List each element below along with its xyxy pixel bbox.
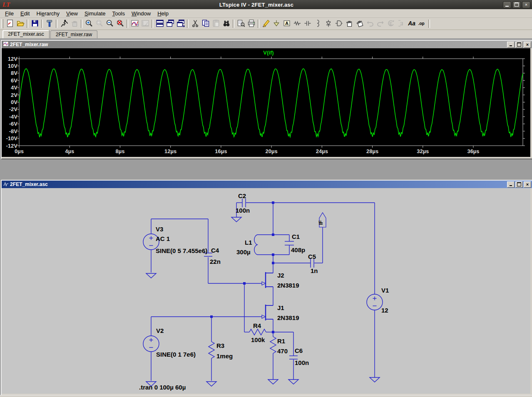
resistor-r1[interactable]	[270, 337, 276, 353]
schematic-titlebar[interactable]: 2FET_mixer.asc ×	[2, 181, 532, 188]
schematic-text[interactable]: 100n	[295, 359, 309, 366]
schematic-text[interactable]: C4	[211, 247, 219, 254]
toolbar-button-tile-windows[interactable]	[154, 19, 165, 29]
ground-symbol[interactable]	[206, 382, 216, 386]
waveform-close-button[interactable]: ×	[524, 42, 531, 48]
toolbar-button-spice-directive[interactable]: .op	[417, 19, 427, 29]
schematic-text[interactable]: L1	[245, 239, 252, 246]
toolbar-button-place-ground[interactable]	[271, 19, 281, 29]
waveform-minimize-button[interactable]	[507, 42, 515, 48]
ground-symbol[interactable]	[288, 380, 298, 384]
schematic-text[interactable]: 1meg	[216, 352, 233, 360]
waveform-trace[interactable]	[19, 69, 523, 137]
schematic-text[interactable]: J1	[277, 304, 284, 311]
toolbar-button-zoom-full-extents[interactable]	[115, 19, 125, 29]
schematic-text[interactable]: R4	[253, 322, 261, 329]
trace-label[interactable]: V(if)	[263, 50, 273, 56]
menu-help[interactable]: Help	[154, 10, 172, 17]
toolbar-button-place-resistor[interactable]	[292, 19, 302, 29]
schematic-text[interactable]: 2N3819	[277, 314, 299, 321]
maximize-button[interactable]	[512, 1, 521, 8]
toolbar-button-zoom-out[interactable]	[104, 19, 115, 29]
jfet-j1[interactable]	[262, 305, 273, 320]
menu-window[interactable]: Window	[128, 10, 154, 17]
menu-view[interactable]: View	[63, 10, 81, 17]
resistor-r4[interactable]	[249, 329, 266, 335]
schematic-text[interactable]: 1n	[311, 267, 318, 274]
toolbar-button-move[interactable]	[344, 19, 354, 29]
ground-symbol[interactable]	[268, 380, 278, 384]
schematic-text[interactable]: 2N3819	[277, 282, 299, 289]
toolbar-button-place-inductor[interactable]	[313, 19, 323, 29]
schematic-text[interactable]: 470	[277, 347, 288, 355]
waveform-titlebar[interactable]: 2FET_mixer.raw ×	[2, 41, 532, 48]
minimize-button[interactable]	[503, 1, 511, 8]
toolbar-button-draw-wire[interactable]	[261, 19, 271, 29]
schematic-text[interactable]: J2	[277, 272, 284, 279]
tab-2FET_mixer.raw[interactable]: 2FET_mixer.raw	[50, 30, 97, 39]
schematic-text[interactable]: SINE(0 1 7e6)	[156, 351, 196, 358]
jfet-j2[interactable]	[262, 272, 273, 288]
tab-2FET_mixer.asc[interactable]: 2FET_mixer.asc	[2, 30, 50, 39]
schematic-text[interactable]: R3	[216, 342, 224, 349]
toolbar-button-place-text[interactable]: Aa	[406, 19, 417, 29]
schematic-text[interactable]: 100n	[236, 207, 250, 214]
schematic-text[interactable]: SINE(0 5 7.455e6)	[156, 247, 207, 254]
toolbar-button-rotate[interactable]: E	[385, 19, 396, 29]
schematic-text[interactable]: C5	[308, 253, 316, 260]
toolbar-button-print-preview[interactable]	[236, 19, 246, 29]
schematic-text[interactable]: 12	[381, 307, 388, 314]
toolbar-button-place-capacitor[interactable]	[302, 19, 313, 29]
toolbar-button-zoom-in[interactable]	[84, 19, 94, 29]
toolbar-button-halt[interactable]	[69, 19, 80, 29]
schematic-maximize-button[interactable]	[515, 181, 523, 188]
ground-symbol[interactable]	[146, 273, 156, 278]
schematic-text[interactable]: .tran 0 100µ 60µ	[139, 384, 186, 391]
schematic-text[interactable]: 300µ	[236, 248, 251, 256]
toolbar-button-redo[interactable]	[375, 19, 385, 29]
schematic-text[interactable]: 22n	[210, 258, 221, 265]
ground-symbol[interactable]	[231, 217, 241, 222]
schematic-text[interactable]: R1	[277, 337, 285, 345]
toolbar-button-cut[interactable]	[190, 19, 200, 29]
toolbar-button-copy[interactable]	[200, 19, 211, 29]
toolbar-button-drag[interactable]	[354, 19, 365, 29]
inductor-l1[interactable]	[254, 235, 257, 255]
toolbar-button-open-file[interactable]	[15, 19, 25, 29]
toolbar-button-place-diode[interactable]	[323, 19, 333, 29]
waveform-plot[interactable]: 12V10V8V6V4V2V0V-2V-4V-6V-8V-10V-12V0µs4…	[2, 48, 530, 157]
schematic-text[interactable]: C1	[292, 233, 300, 240]
toolbar-button-new-window-cascade[interactable]	[175, 19, 186, 29]
voltage-source-v2[interactable]	[143, 336, 159, 352]
toolbar-button-cascade-windows[interactable]	[165, 19, 175, 29]
waveform-maximize-button[interactable]	[515, 42, 523, 48]
toolbar-button-save[interactable]	[30, 19, 40, 29]
net-flag-if[interactable]: IF	[318, 213, 326, 227]
toolbar-button-autorange-y-axis[interactable]	[129, 19, 140, 29]
resistor-r3[interactable]	[209, 342, 214, 358]
toolbar-button-find[interactable]	[221, 19, 231, 29]
schematic-text[interactable]: C2	[238, 192, 246, 199]
toolbar-button-run[interactable]	[59, 19, 69, 29]
schematic-text[interactable]: V1	[381, 287, 389, 294]
menu-hierarchy[interactable]: Hierarchy	[33, 10, 63, 17]
menu-edit[interactable]: Edit	[17, 10, 33, 17]
schematic-text[interactable]: 100k	[251, 336, 265, 343]
menu-file[interactable]: File	[2, 10, 17, 17]
toolbar-button-new-schematic[interactable]	[5, 19, 15, 29]
menu-simulate[interactable]: Simulate	[81, 10, 109, 17]
toolbar-button-control-panel[interactable]	[44, 19, 55, 29]
toolbar-button-place-component[interactable]	[333, 19, 344, 29]
toolbar-button-mirror[interactable]: E	[396, 19, 406, 29]
ground-symbol[interactable]	[370, 377, 380, 382]
schematic-close-button[interactable]: ×	[524, 181, 531, 188]
toolbar-button-paste[interactable]	[211, 19, 221, 29]
toolbar-button-place-net-label[interactable]: A	[281, 19, 292, 29]
toolbar-button-undo[interactable]	[365, 19, 375, 29]
schematic-canvas[interactable]: IFC2100nV3AC 1SINE(0 5 7.455e6)C422nL130…	[2, 188, 530, 394]
toolbar-button-zoom-box[interactable]	[94, 19, 104, 29]
schematic-minimize-button[interactable]	[507, 181, 515, 188]
schematic-text[interactable]: V3	[156, 226, 163, 233]
toolbar-button-print[interactable]	[246, 19, 256, 29]
schematic-text[interactable]: V2	[156, 327, 164, 334]
